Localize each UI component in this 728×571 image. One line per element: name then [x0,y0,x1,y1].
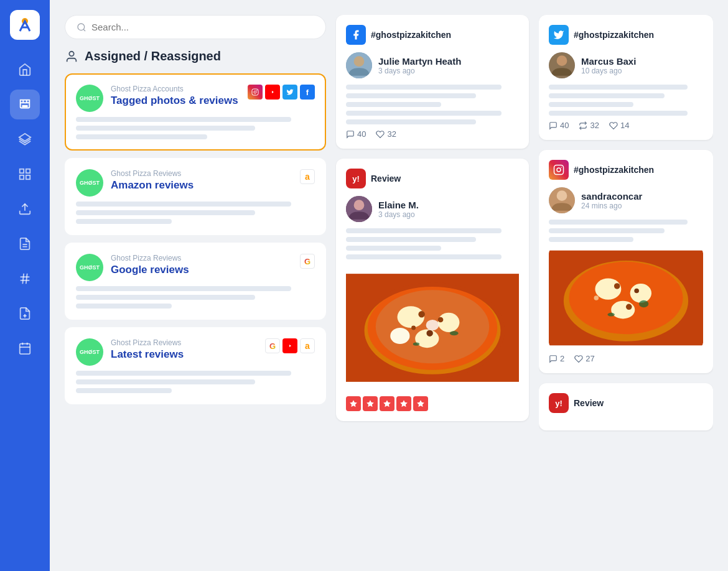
svg-point-72 [594,295,599,300]
svg-marker-53 [417,400,424,407]
post-header-2: y! Review [346,169,519,188]
line [346,85,502,90]
line [76,371,291,376]
line [549,228,665,233]
sidebar-item-layers[interactable] [10,124,40,154]
app-logo [10,10,40,40]
stream-label-3: Ghost Pizza Reviews [111,254,292,262]
svg-point-65 [630,284,651,303]
ghost-avatar-2: GHØST [76,169,103,197]
svg-rect-4 [20,169,24,173]
svg-point-41 [418,311,424,317]
svg-point-25 [254,91,256,93]
right-post-image-pizza [549,248,703,348]
line [76,219,172,224]
svg-marker-51 [383,400,391,407]
line [76,126,255,131]
sidebar [0,0,50,571]
stream-card-1[interactable]: GHØST Ghost Pizza Accounts Tagged photos… [65,73,326,151]
svg-point-48 [413,342,419,345]
section-title-text: Assigned / Reassigned [85,49,221,63]
right-post-author-2: sandraconcar 24 mins ago [549,187,703,213]
google-icon-2: G [265,338,280,353]
stream-label-1: Ghost Pizza Accounts [111,85,240,93]
svg-point-21 [78,24,85,30]
author-time-1: 3 days ago [378,67,461,75]
right-post-hashtag-2: #ghostpizzakitchen [574,165,654,175]
stream-icons-3: G [300,254,315,269]
stream-list: GHØST Ghost Pizza Accounts Tagged photos… [65,73,326,404]
star-3 [380,396,394,411]
svg-rect-6 [20,175,24,179]
svg-point-45 [426,320,439,330]
post-card-facebook: #ghostpizzakitchen Julie Martyn Heath 3 … [336,15,529,149]
instagram-badge [549,160,569,180]
middle-panel: #ghostpizzakitchen Julie Martyn Heath 3 … [326,15,539,556]
svg-point-58 [561,167,562,168]
comment-action-r1[interactable]: 40 [549,121,569,130]
sidebar-item-notes[interactable] [10,229,40,259]
line [346,237,476,242]
svg-point-26 [256,90,258,91]
stream-label-2: Ghost Pizza Reviews [111,169,292,178]
svg-marker-50 [366,400,374,407]
line [346,111,502,116]
stream-title-1: Tagged photos & reviews [111,95,240,107]
post-hashtag-1: #ghostpizzakitchen [371,30,451,40]
svg-point-55 [557,55,567,66]
svg-point-57 [557,168,561,172]
sidebar-item-add-doc[interactable] [10,299,40,328]
author-time-2: 3 days ago [378,210,419,219]
line [346,246,441,251]
retweet-action-r1[interactable]: 32 [579,121,599,130]
author-avatar-marcus [549,52,575,78]
line [76,210,255,215]
like-action-r2[interactable]: 27 [574,354,594,363]
stream-icons-4: G a [265,338,315,353]
svg-point-71 [607,313,614,317]
stream-card-2[interactable]: GHØST Ghost Pizza Reviews Amazon reviews… [65,158,326,235]
right-post-actions-2: 2 27 [549,354,703,363]
yelp-badge: y! [346,169,366,188]
main-content: Assigned / Reassigned GHØST Ghost Pizza … [50,0,728,571]
svg-point-60 [557,190,567,201]
like-count-r2: 27 [586,354,594,363]
svg-point-63 [569,262,683,334]
sidebar-item-publish[interactable] [10,194,40,224]
stream-card-3[interactable]: GHØST Ghost Pizza Reviews Google reviews… [65,243,326,320]
line [76,202,291,207]
sidebar-item-home[interactable] [10,55,40,85]
right-post-hashtag-1: #ghostpizzakitchen [574,30,654,40]
right-post-content-1 [549,85,703,116]
svg-marker-49 [350,400,357,407]
sidebar-item-grid[interactable] [10,159,40,189]
like-count-1: 32 [387,129,396,139]
ghost-avatar-3: GHØST [76,254,103,281]
svg-line-22 [83,29,85,31]
search-input[interactable] [91,22,314,32]
twitter-badge [549,25,569,45]
post-image-pizza [346,266,519,390]
right-post-actions-1: 40 32 14 [549,121,703,130]
svg-line-14 [26,274,27,284]
right-author-name-1: Marcus Baxi [581,56,636,67]
svg-point-40 [390,328,409,344]
yelp-badge-2: y! [549,393,569,413]
post-content-2 [346,228,519,259]
search-bar[interactable] [65,15,326,39]
content-lines-2 [76,202,315,224]
stream-card-4[interactable]: GHØST Ghost Pizza Reviews Latest reviews… [65,327,326,404]
line [346,254,502,259]
comment-action-1[interactable]: 40 [346,129,366,139]
stream-title-3: Google reviews [111,264,292,276]
ghost-avatar-4: GHØST [76,338,103,366]
sidebar-item-hashtag[interactable] [10,264,40,294]
sidebar-item-calendar[interactable] [10,333,40,363]
line [76,286,291,291]
svg-point-44 [411,326,416,330]
line [346,228,502,233]
like-action-r1[interactable]: 14 [609,121,629,130]
comment-action-r2[interactable]: 2 [549,354,564,363]
sidebar-item-inbox[interactable] [10,90,40,119]
like-action-1[interactable]: 32 [376,129,396,139]
